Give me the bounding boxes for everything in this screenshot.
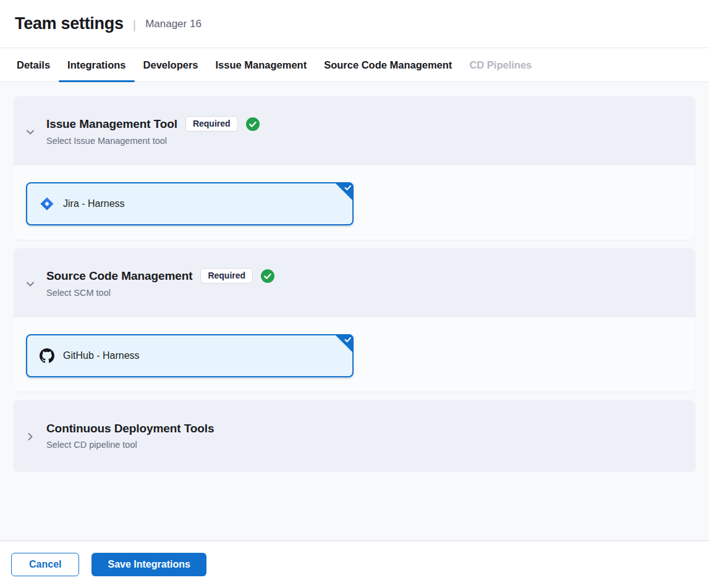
corner-check-icon [334, 182, 354, 201]
section-text-block: Source Code Management Required Select S… [46, 268, 274, 298]
page-header: Team settings | Manager 16 [0, 0, 709, 48]
tab-source-code-management[interactable]: Source Code Management [315, 48, 461, 82]
section-header-continuous-deployment-tools[interactable]: Continuous Deployment Tools Select CD pi… [14, 400, 695, 471]
section-subtitle: Select Issue Management tool [46, 136, 260, 146]
cancel-button[interactable]: Cancel [11, 553, 79, 576]
integrations-panel: Issue Management Tool Required Select Is… [0, 82, 709, 540]
required-badge: Required [185, 116, 238, 132]
team-settings-page: Team settings | Manager 16 Details Integ… [0, 0, 709, 588]
section-body: GitHub - Harness [14, 317, 695, 392]
section-subtitle: Select CD pipeline tool [46, 440, 214, 450]
tab-cd-pipelines: CD Pipelines [461, 48, 540, 82]
tab-integrations[interactable]: Integrations [59, 48, 134, 82]
check-circle-icon [261, 269, 274, 283]
section-body: Jira - Harness [14, 166, 695, 240]
tab-developers[interactable]: Developers [135, 48, 207, 82]
jira-icon [40, 196, 54, 211]
required-badge: Required [200, 268, 253, 284]
tool-card-label: Jira - Harness [63, 198, 125, 209]
section-subtitle: Select SCM tool [46, 288, 274, 298]
chevron-down-icon [25, 127, 36, 140]
check-circle-icon [246, 117, 260, 131]
tab-bar: Details Integrations Developers Issue Ma… [0, 48, 709, 82]
section-title: Source Code Management [46, 269, 192, 283]
corner-check-icon [334, 334, 354, 353]
action-footer: Cancel Save Integrations [0, 540, 709, 588]
section-title: Issue Management Tool [46, 117, 177, 131]
section-text-block: Issue Management Tool Required Select Is… [46, 116, 260, 146]
tab-details[interactable]: Details [8, 48, 59, 82]
github-icon [40, 348, 54, 363]
section-header-source-code-management[interactable]: Source Code Management Required Select S… [14, 248, 695, 317]
section-issue-management-tool: Issue Management Tool Required Select Is… [14, 96, 695, 240]
section-continuous-deployment-tools: Continuous Deployment Tools Select CD pi… [14, 400, 695, 471]
tool-card-label: GitHub - Harness [63, 350, 140, 361]
chevron-right-icon [25, 431, 36, 445]
chevron-down-icon [25, 279, 36, 292]
section-title: Continuous Deployment Tools [46, 422, 214, 435]
tool-card-jira-harness[interactable]: Jira - Harness [26, 182, 354, 225]
tab-issue-management[interactable]: Issue Management [207, 48, 316, 82]
title-separator: | [133, 17, 136, 32]
team-name: Manager 16 [145, 18, 202, 30]
tool-card-github-harness[interactable]: GitHub - Harness [26, 334, 354, 377]
save-integrations-button[interactable]: Save Integrations [91, 553, 206, 576]
section-header-issue-management-tool[interactable]: Issue Management Tool Required Select Is… [14, 96, 695, 166]
section-source-code-management: Source Code Management Required Select S… [14, 248, 695, 392]
page-title: Team settings [15, 14, 124, 33]
section-text-block: Continuous Deployment Tools Select CD pi… [46, 422, 214, 450]
